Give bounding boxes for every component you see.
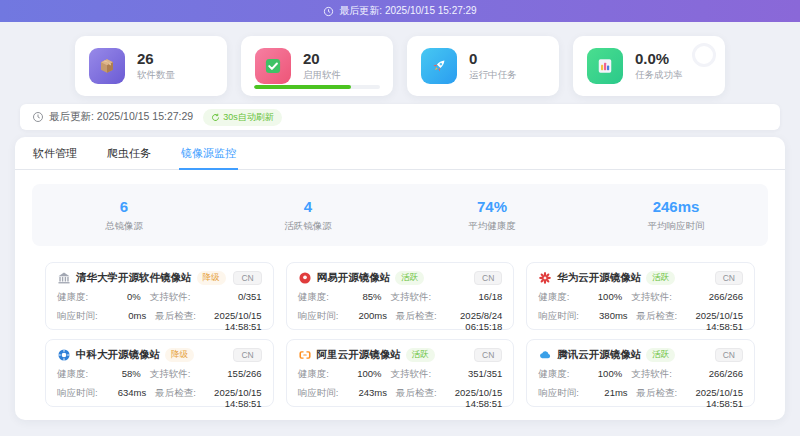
mirror-name: 中科大开源镜像站 <box>76 348 160 362</box>
stat-value: 26 <box>137 50 175 67</box>
status-badge: 降级 <box>165 348 194 362</box>
clock-icon <box>323 6 334 17</box>
region-tag: CN <box>715 271 743 285</box>
software-value: 155/266 <box>190 368 261 381</box>
building-icon <box>57 271 71 285</box>
stat-label: 任务成功率 <box>635 69 683 82</box>
tab-mirror-monitor[interactable]: 镜像源监控 <box>179 137 238 170</box>
software-value: 351/351 <box>431 368 502 381</box>
rocket-icon <box>421 48 457 84</box>
software-value: 0/351 <box>190 291 261 304</box>
stat-cards-row: 26 软件数量 20 启用软件 0 运行中任务 0.0% 任务成功率 <box>0 36 800 96</box>
refresh-bar-text: 最后更新: 2025/10/15 15:27:29 <box>49 110 193 124</box>
flower-icon <box>538 271 552 285</box>
response-value: 200ms <box>338 310 387 332</box>
red-circle-icon <box>298 271 312 285</box>
mirror-name: 阿里云开源镜像站 <box>317 348 401 362</box>
refresh-status-bar: 最后更新: 2025/10/15 15:27:29 30s自动刷新 <box>20 104 780 130</box>
stat-value: 0 <box>469 50 517 67</box>
stat-card-software-count: 26 软件数量 <box>75 36 227 96</box>
mirror-card-huawei: 华为云开源镜像站 活跃 CN 健康度:100% 支持软件:266/266 响应时… <box>526 262 755 330</box>
tab-crawler-tasks[interactable]: 爬虫任务 <box>105 137 153 170</box>
cloud-icon <box>538 348 552 362</box>
health-value: 100% <box>329 368 382 381</box>
check-value: 2025/10/15 14:58:51 <box>437 387 503 409</box>
check-value: 2025/10/15 14:58:51 <box>196 310 262 332</box>
region-tag: CN <box>233 271 261 285</box>
response-value: 380ms <box>579 310 628 332</box>
blue-circle-icon <box>57 348 71 362</box>
summary-avg-response: 246ms 平均响应时间 <box>584 198 768 233</box>
stat-card-success-rate: 0.0% 任务成功率 <box>573 36 725 96</box>
health-value: 58% <box>88 368 141 381</box>
stat-value: 20 <box>303 50 341 67</box>
response-value: 243ms <box>338 387 387 409</box>
health-value: 100% <box>569 291 622 304</box>
auto-refresh-badge: 30s自动刷新 <box>203 109 282 126</box>
mirror-card-tencent: 腾讯云开源镜像站 活跃 CN 健康度:100% 支持软件:266/266 响应时… <box>526 339 755 407</box>
refresh-icon <box>211 113 220 122</box>
stat-value: 0.0% <box>635 50 683 67</box>
success-rate-ring <box>692 43 716 67</box>
check-value: 2025/8/24 06:15:18 <box>437 310 503 332</box>
summary-total-mirrors: 6 总镜像源 <box>32 198 216 233</box>
package-icon <box>89 48 125 84</box>
mirror-card-netease: 网易开源镜像站 活跃 CN 健康度:85% 支持软件:16/18 响应时间:20… <box>286 262 515 330</box>
enabled-progress-bar <box>254 85 380 89</box>
brackets-icon <box>298 348 312 362</box>
stat-label: 运行中任务 <box>469 69 517 82</box>
stat-card-running-tasks: 0 运行中任务 <box>407 36 559 96</box>
mirror-name: 网易开源镜像站 <box>317 271 391 285</box>
status-badge: 降级 <box>197 271 226 285</box>
enabled-progress-fill <box>254 85 351 89</box>
status-badge: 活跃 <box>406 348 435 362</box>
mirror-card-tsinghua: 清华大学开源软件镜像站 降级 CN 健康度:0% 支持软件:0/351 响应时间… <box>45 262 274 330</box>
mirror-card-aliyun: 阿里云开源镜像站 活跃 CN 健康度:100% 支持软件:351/351 响应时… <box>286 339 515 407</box>
status-badge: 活跃 <box>646 271 675 285</box>
check-icon <box>255 48 291 84</box>
mirror-name: 清华大学开源软件镜像站 <box>76 271 192 285</box>
mirror-name: 华为云开源镜像站 <box>557 271 641 285</box>
check-value: 2025/10/15 14:58:51 <box>677 387 743 409</box>
health-value: 100% <box>569 368 622 381</box>
stat-card-enabled-software: 20 启用软件 <box>241 36 393 96</box>
status-badge: 活跃 <box>646 348 675 362</box>
summary-active-mirrors: 4 活跃镜像源 <box>216 198 400 233</box>
stat-label: 软件数量 <box>137 69 175 82</box>
software-value: 266/266 <box>672 368 743 381</box>
response-value: 634ms <box>98 387 147 409</box>
stat-label: 启用软件 <box>303 69 341 82</box>
region-tag: CN <box>474 348 502 362</box>
mirror-card-ustc: 中科大开源镜像站 降级 CN 健康度:58% 支持软件:155/266 响应时间… <box>45 339 274 407</box>
mirror-summary-row: 6 总镜像源 4 活跃镜像源 74% 平均健康度 246ms 平均响应时间 <box>32 184 768 246</box>
last-update-text: 最后更新: 2025/10/15 15:27:29 <box>339 4 476 18</box>
software-value: 16/18 <box>431 291 502 304</box>
health-value: 0% <box>88 291 141 304</box>
summary-avg-health: 74% 平均健康度 <box>400 198 584 233</box>
check-value: 2025/10/15 14:58:51 <box>677 310 743 332</box>
region-tag: CN <box>474 271 502 285</box>
mirror-name: 腾讯云开源镜像站 <box>557 348 641 362</box>
tab-bar: 软件管理 爬虫任务 镜像源监控 <box>15 137 785 170</box>
status-badge: 活跃 <box>395 271 424 285</box>
region-tag: CN <box>715 348 743 362</box>
main-panel: 软件管理 爬虫任务 镜像源监控 6 总镜像源 4 活跃镜像源 74% 平均健康度… <box>15 137 785 420</box>
clock-icon <box>32 111 44 123</box>
mirror-grid: 清华大学开源软件镜像站 降级 CN 健康度:0% 支持软件:0/351 响应时间… <box>45 262 755 407</box>
health-value: 85% <box>329 291 382 304</box>
region-tag: CN <box>233 348 261 362</box>
software-value: 266/266 <box>672 291 743 304</box>
tab-software-management[interactable]: 软件管理 <box>31 137 79 170</box>
top-update-banner: 最后更新: 2025/10/15 15:27:29 <box>0 0 800 22</box>
check-value: 2025/10/15 14:58:51 <box>196 387 262 409</box>
response-value: 0ms <box>98 310 147 332</box>
response-value: 21ms <box>579 387 628 409</box>
bar-chart-icon <box>587 48 623 84</box>
